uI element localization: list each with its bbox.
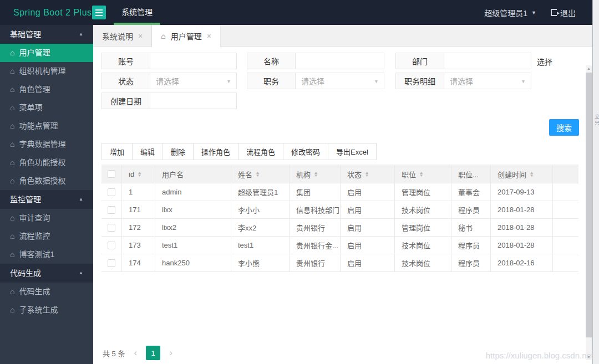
sidebar-item[interactable]: ⌂字典数据管理 (0, 135, 93, 153)
position-select[interactable]: 请选择 ▼ (296, 73, 384, 89)
sidebar-item-label: 子系统生成 (19, 301, 58, 319)
toolbar-button[interactable]: 导出Excel (328, 143, 377, 160)
sidebar-item[interactable]: ⌂角色功能授权 (0, 153, 93, 172)
user-dropdown[interactable]: 超级管理员1 ▼ (484, 7, 536, 18)
app-window: Spring Boot 2 Plus 系统管理 超级管理员1 ▼ 退出 基础管理… (0, 0, 599, 364)
home-icon: ⌂ (10, 283, 14, 301)
field-label: 职务明细 (396, 73, 444, 89)
sort-icon[interactable]: ▲▼ (256, 171, 260, 177)
account-input[interactable] (150, 53, 236, 69)
table-cell: 启用 (340, 183, 394, 201)
toolbar-button[interactable]: 修改密码 (283, 143, 328, 160)
column-header[interactable]: 职位... (451, 165, 490, 183)
close-icon[interactable]: × (207, 32, 211, 40)
column-header[interactable]: id▲▼ (121, 165, 155, 183)
scrollbar-thumb[interactable] (586, 73, 592, 337)
row-checkbox[interactable] (108, 188, 115, 196)
create-date-input[interactable] (150, 93, 236, 109)
sort-desc-icon: ▼ (419, 174, 424, 177)
column-header[interactable]: 姓名▲▼ (231, 165, 289, 183)
sidebar-item[interactable]: ⌂流程监控 (0, 227, 93, 245)
table-cell: 启用 (340, 201, 394, 218)
row-checkbox[interactable] (108, 206, 115, 214)
main-content: 账号 名称 部门 选择 状态 请选择 ▼ 职务 请选择 ▼ 职务明细 (93, 47, 592, 364)
collapse-arrow-icon: ▲ (79, 264, 83, 283)
sort-icon[interactable]: ▲▼ (314, 171, 318, 177)
table-cell: 技术岗位 (394, 237, 451, 254)
sort-icon[interactable]: ▲▼ (530, 171, 534, 177)
position-detail-select[interactable]: 请选择 ▼ (444, 73, 531, 89)
table-cell: 秘书 (451, 219, 490, 236)
row-checkbox[interactable] (108, 224, 115, 232)
column-header[interactable]: 机构▲▼ (289, 165, 340, 183)
sidebar-item[interactable]: ⌂菜单项 (0, 99, 93, 117)
row-checkbox[interactable] (108, 242, 115, 249)
close-icon[interactable]: × (138, 32, 143, 40)
sidebar-item[interactable]: ⌂审计查询 (0, 209, 93, 227)
menu-toggle-button[interactable] (92, 6, 106, 19)
column-header[interactable]: 创建时间▲▼ (490, 165, 552, 183)
tab[interactable]: 系统说明× (93, 25, 152, 47)
name-input[interactable] (296, 53, 384, 69)
sidebar-section-header[interactable]: 监控管理▲ (0, 190, 93, 209)
table-cell: 173 (121, 237, 155, 254)
nav-item-system-management[interactable]: 系统管理 (114, 0, 160, 25)
scroll-up-icon[interactable]: ▲ (586, 66, 592, 70)
toolbar-button[interactable]: 流程角色 (238, 143, 283, 160)
row-checkbox[interactable] (108, 259, 115, 267)
sidebar-item[interactable]: ⌂角色数据授权 (0, 172, 93, 190)
sidebar-section-header[interactable]: 代码生成▲ (0, 264, 93, 283)
row-checkbox-cell (101, 254, 121, 271)
toolbar-button[interactable]: 编辑 (132, 143, 163, 160)
sidebar-item[interactable]: ⌂角色管理 (0, 80, 93, 99)
sidebar-item[interactable]: ⌂博客测试1 (0, 245, 93, 264)
tab[interactable]: ⌂用户管理× (152, 25, 221, 47)
prev-page-button[interactable]: ‹ (134, 346, 137, 360)
sort-icon[interactable]: ▲▼ (419, 171, 423, 177)
form-field-position-detail: 职务明细 请选择 ▼ (395, 73, 531, 89)
toolbar-button[interactable]: 增加 (101, 143, 133, 160)
table-row[interactable]: 171lixx李小小信息科技部门启用技术岗位程序员2018-01-28 (101, 201, 578, 219)
sidebar-item-label: 角色功能授权 (19, 153, 65, 172)
column-header-label: 状态 (347, 169, 362, 180)
row-checkbox-cell (101, 219, 121, 236)
current-page-button[interactable]: 1 (146, 346, 160, 360)
sidebar-item-label: 流程监控 (19, 227, 50, 245)
toolbar-button[interactable]: 删除 (163, 143, 194, 160)
sidebar-item[interactable]: ⌂用户管理 (0, 44, 93, 62)
sort-icon[interactable]: ▲▼ (138, 171, 141, 177)
table-row[interactable]: 173test1test1贵州银行金...启用技术岗位程序员2018-01-28 (101, 237, 578, 254)
sort-desc-icon: ▼ (137, 174, 142, 177)
logout-icon (551, 9, 557, 16)
field-label: 名称 (247, 53, 296, 69)
home-icon: ⌂ (10, 301, 14, 319)
sidebar-item[interactable]: ⌂功能点管理 (0, 117, 93, 135)
next-page-button[interactable]: › (169, 346, 172, 360)
table-cell: 程序员 (451, 254, 490, 271)
table-cell: 董事会 (451, 183, 490, 201)
sidebar-item-label: 字典数据管理 (19, 135, 65, 153)
sort-icon[interactable]: ▲▼ (365, 171, 369, 177)
toolbar-button[interactable]: 操作角色 (193, 143, 238, 160)
department-pick-link[interactable]: 选择 (537, 56, 552, 67)
column-header[interactable]: 职位▲▼ (394, 165, 451, 183)
table-cell: 启用 (340, 219, 394, 236)
table-row[interactable]: 172lixx2李xx2贵州银行启用管理岗位秘书2018-01-28 (101, 219, 578, 237)
table-row[interactable]: 1admin超级管理员1集团启用管理岗位董事会2017-09-13 (101, 183, 578, 201)
content-scrollbar[interactable]: ▲ ▼ (586, 65, 592, 360)
sidebar-item[interactable]: ⌂代码生成 (0, 283, 93, 301)
home-icon: ⌂ (10, 209, 14, 227)
select-all-checkbox[interactable] (108, 170, 115, 178)
sidebar-section-header[interactable]: 基础管理▲ (0, 25, 93, 44)
column-header[interactable]: 状态▲▼ (340, 165, 394, 183)
sidebar-item[interactable]: ⌂子系统生成 (0, 301, 93, 319)
search-button[interactable]: 搜索 (549, 119, 579, 136)
department-input[interactable] (444, 53, 531, 69)
sidebar-item[interactable]: ⌂组织机构管理 (0, 62, 93, 80)
table-cell: 172 (121, 219, 155, 236)
logout-button[interactable]: 退出 (551, 7, 576, 18)
form-field-status: 状态 请选择 ▼ (101, 73, 237, 89)
column-header[interactable]: 用户名 (155, 165, 231, 183)
table-row[interactable]: 174hank250李小熊贵州银行启用技术岗位程序员2018-02-16 (101, 254, 578, 272)
status-select[interactable]: 请选择 ▼ (150, 73, 236, 89)
